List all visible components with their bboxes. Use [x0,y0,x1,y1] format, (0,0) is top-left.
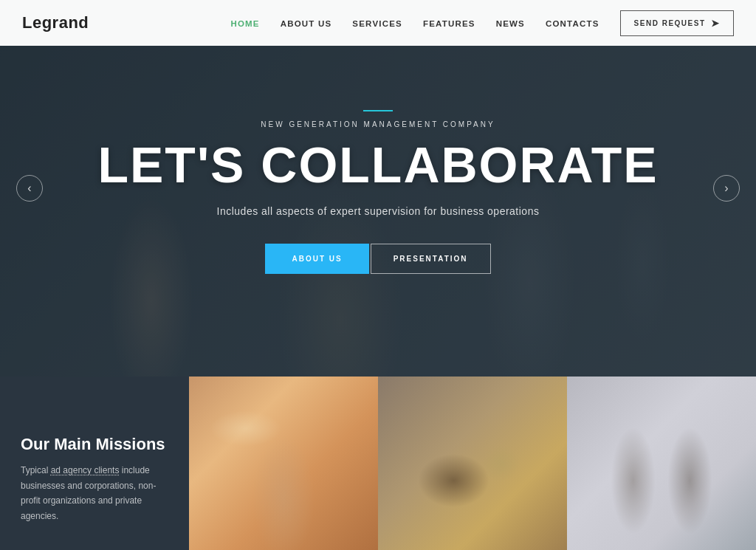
photo-item-2 [378,377,567,550]
nav-item-about[interactable]: ABOUT US [281,16,332,30]
nav-item-news[interactable]: NEWS [496,16,525,30]
hero-buttons: ABOUT US PRESENTATION [265,244,490,274]
nav-link-home[interactable]: HOME [230,19,259,28]
nav-link-services[interactable]: SERVICES [352,19,402,28]
nav-link-contacts[interactable]: CONTACTS [546,19,599,28]
nav-link-about[interactable]: ABOUT US [281,19,332,28]
nav-item-features[interactable]: FEATURES [423,16,475,30]
hero-section: ‹ › NEW GENERATION MANAGEMENT COMPANY LE… [0,0,756,377]
nav-link-news[interactable]: NEWS [496,19,525,28]
hero-tagline-line [363,110,393,111]
photo-woman-phone [189,377,378,550]
brand-logo[interactable]: Legrand [22,13,89,32]
hero-about-button[interactable]: ABOUT US [265,244,368,274]
photo-item-1 [189,377,378,550]
photo-camera-watch [378,377,567,550]
hero-tagline: NEW GENERATION MANAGEMENT COMPANY [261,120,495,128]
nav-link-features[interactable]: FEATURES [423,19,475,28]
photo-item-3 [567,377,756,550]
mission-text-typical: Typical [21,465,51,475]
mission-panel: Our Main Missions Typical ad agency clie… [0,377,189,550]
send-arrow-icon: ➤ [711,18,721,29]
send-request-button[interactable]: SEND REQUEST ➤ [620,10,734,36]
nav-item-services[interactable]: SERVICES [352,16,402,30]
hero-subtitle: Includes all aspects of expert supervisi… [217,205,540,217]
hero-title: LET'S COLLABORATE [97,139,658,191]
nav-item-contacts[interactable]: CONTACTS [546,16,599,30]
hero-content: NEW GENERATION MANAGEMENT COMPANY LET'S … [0,7,756,377]
nav-item-home[interactable]: HOME [230,16,259,30]
mission-text-highlight: ad agency clients [51,465,120,475]
hero-presentation-button[interactable]: PRESENTATION [371,244,491,274]
bottom-section: Our Main Missions Typical ad agency clie… [0,377,756,550]
mission-text: Typical ad agency clients include busine… [21,463,168,523]
photo-grid [189,377,756,550]
mission-title: Our Main Missions [21,435,168,454]
navbar: Legrand HOME ABOUT US SERVICES FEATURES … [0,0,756,46]
nav-links: HOME ABOUT US SERVICES FEATURES NEWS CON… [230,16,599,30]
send-request-label: SEND REQUEST [634,19,706,27]
photo-handshake [567,377,756,550]
